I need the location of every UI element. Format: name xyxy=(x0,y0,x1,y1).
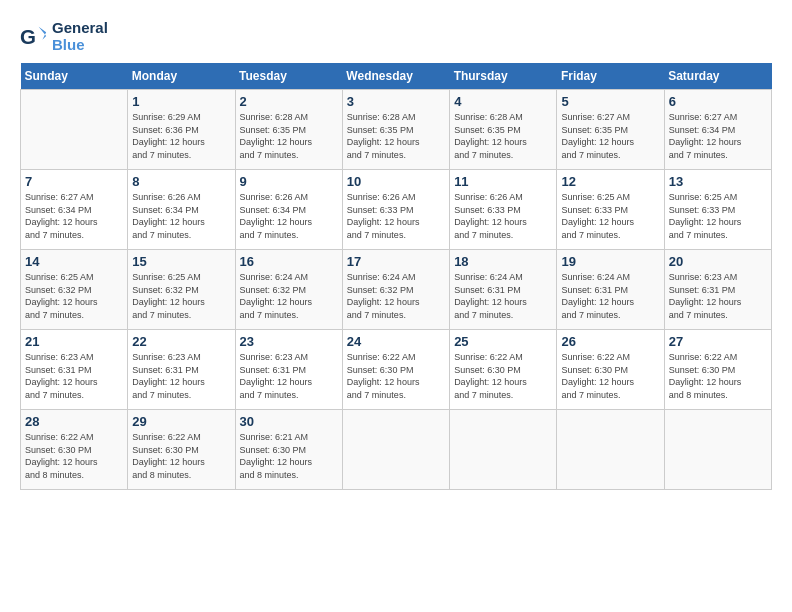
day-number: 23 xyxy=(240,334,338,349)
day-number: 28 xyxy=(25,414,123,429)
day-info: Sunrise: 6:26 AM Sunset: 6:33 PM Dayligh… xyxy=(347,191,445,241)
day-number: 19 xyxy=(561,254,659,269)
day-info: Sunrise: 6:22 AM Sunset: 6:30 PM Dayligh… xyxy=(132,431,230,481)
calendar-cell: 19Sunrise: 6:24 AM Sunset: 6:31 PM Dayli… xyxy=(557,250,664,330)
day-info: Sunrise: 6:27 AM Sunset: 6:35 PM Dayligh… xyxy=(561,111,659,161)
calendar-cell: 5Sunrise: 6:27 AM Sunset: 6:35 PM Daylig… xyxy=(557,90,664,170)
day-number: 4 xyxy=(454,94,552,109)
day-info: Sunrise: 6:23 AM Sunset: 6:31 PM Dayligh… xyxy=(240,351,338,401)
day-number: 18 xyxy=(454,254,552,269)
day-number: 14 xyxy=(25,254,123,269)
logo-icon: G xyxy=(20,23,48,51)
calendar-cell: 14Sunrise: 6:25 AM Sunset: 6:32 PM Dayli… xyxy=(21,250,128,330)
day-number: 7 xyxy=(25,174,123,189)
day-info: Sunrise: 6:22 AM Sunset: 6:30 PM Dayligh… xyxy=(561,351,659,401)
calendar-body: 1Sunrise: 6:29 AM Sunset: 6:36 PM Daylig… xyxy=(21,90,772,490)
day-number: 2 xyxy=(240,94,338,109)
calendar-table: SundayMondayTuesdayWednesdayThursdayFrid… xyxy=(20,63,772,490)
day-info: Sunrise: 6:28 AM Sunset: 6:35 PM Dayligh… xyxy=(454,111,552,161)
calendar-cell: 16Sunrise: 6:24 AM Sunset: 6:32 PM Dayli… xyxy=(235,250,342,330)
day-number: 9 xyxy=(240,174,338,189)
day-number: 25 xyxy=(454,334,552,349)
logo-text-line2: Blue xyxy=(52,37,108,54)
day-number: 26 xyxy=(561,334,659,349)
day-info: Sunrise: 6:27 AM Sunset: 6:34 PM Dayligh… xyxy=(25,191,123,241)
weekday-header-wednesday: Wednesday xyxy=(342,63,449,90)
day-info: Sunrise: 6:26 AM Sunset: 6:33 PM Dayligh… xyxy=(454,191,552,241)
day-info: Sunrise: 6:22 AM Sunset: 6:30 PM Dayligh… xyxy=(25,431,123,481)
calendar-cell: 24Sunrise: 6:22 AM Sunset: 6:30 PM Dayli… xyxy=(342,330,449,410)
calendar-cell: 9Sunrise: 6:26 AM Sunset: 6:34 PM Daylig… xyxy=(235,170,342,250)
day-info: Sunrise: 6:22 AM Sunset: 6:30 PM Dayligh… xyxy=(669,351,767,401)
calendar-cell: 23Sunrise: 6:23 AM Sunset: 6:31 PM Dayli… xyxy=(235,330,342,410)
calendar-cell: 10Sunrise: 6:26 AM Sunset: 6:33 PM Dayli… xyxy=(342,170,449,250)
day-number: 6 xyxy=(669,94,767,109)
day-number: 11 xyxy=(454,174,552,189)
calendar-cell: 22Sunrise: 6:23 AM Sunset: 6:31 PM Dayli… xyxy=(128,330,235,410)
calendar-cell: 17Sunrise: 6:24 AM Sunset: 6:32 PM Dayli… xyxy=(342,250,449,330)
day-number: 16 xyxy=(240,254,338,269)
weekday-header-tuesday: Tuesday xyxy=(235,63,342,90)
calendar-cell: 20Sunrise: 6:23 AM Sunset: 6:31 PM Dayli… xyxy=(664,250,771,330)
calendar-cell: 7Sunrise: 6:27 AM Sunset: 6:34 PM Daylig… xyxy=(21,170,128,250)
calendar-week-4: 21Sunrise: 6:23 AM Sunset: 6:31 PM Dayli… xyxy=(21,330,772,410)
calendar-header-row: SundayMondayTuesdayWednesdayThursdayFrid… xyxy=(21,63,772,90)
day-info: Sunrise: 6:24 AM Sunset: 6:31 PM Dayligh… xyxy=(561,271,659,321)
calendar-cell xyxy=(21,90,128,170)
calendar-cell xyxy=(342,410,449,490)
day-info: Sunrise: 6:25 AM Sunset: 6:32 PM Dayligh… xyxy=(132,271,230,321)
day-number: 17 xyxy=(347,254,445,269)
page-header: G General Blue xyxy=(20,20,772,53)
calendar-cell xyxy=(450,410,557,490)
weekday-header-monday: Monday xyxy=(128,63,235,90)
calendar-cell xyxy=(664,410,771,490)
day-number: 24 xyxy=(347,334,445,349)
logo-text-line1: General xyxy=(52,20,108,37)
day-info: Sunrise: 6:24 AM Sunset: 6:31 PM Dayligh… xyxy=(454,271,552,321)
day-number: 29 xyxy=(132,414,230,429)
day-number: 21 xyxy=(25,334,123,349)
calendar-cell: 21Sunrise: 6:23 AM Sunset: 6:31 PM Dayli… xyxy=(21,330,128,410)
calendar-week-3: 14Sunrise: 6:25 AM Sunset: 6:32 PM Dayli… xyxy=(21,250,772,330)
weekday-header-friday: Friday xyxy=(557,63,664,90)
calendar-cell: 1Sunrise: 6:29 AM Sunset: 6:36 PM Daylig… xyxy=(128,90,235,170)
day-info: Sunrise: 6:25 AM Sunset: 6:33 PM Dayligh… xyxy=(669,191,767,241)
calendar-cell: 3Sunrise: 6:28 AM Sunset: 6:35 PM Daylig… xyxy=(342,90,449,170)
weekday-header-thursday: Thursday xyxy=(450,63,557,90)
day-info: Sunrise: 6:27 AM Sunset: 6:34 PM Dayligh… xyxy=(669,111,767,161)
calendar-week-1: 1Sunrise: 6:29 AM Sunset: 6:36 PM Daylig… xyxy=(21,90,772,170)
day-number: 15 xyxy=(132,254,230,269)
calendar-cell: 26Sunrise: 6:22 AM Sunset: 6:30 PM Dayli… xyxy=(557,330,664,410)
day-number: 13 xyxy=(669,174,767,189)
calendar-cell: 2Sunrise: 6:28 AM Sunset: 6:35 PM Daylig… xyxy=(235,90,342,170)
calendar-week-5: 28Sunrise: 6:22 AM Sunset: 6:30 PM Dayli… xyxy=(21,410,772,490)
day-info: Sunrise: 6:26 AM Sunset: 6:34 PM Dayligh… xyxy=(132,191,230,241)
calendar-cell: 6Sunrise: 6:27 AM Sunset: 6:34 PM Daylig… xyxy=(664,90,771,170)
calendar-cell: 12Sunrise: 6:25 AM Sunset: 6:33 PM Dayli… xyxy=(557,170,664,250)
calendar-cell: 27Sunrise: 6:22 AM Sunset: 6:30 PM Dayli… xyxy=(664,330,771,410)
day-info: Sunrise: 6:29 AM Sunset: 6:36 PM Dayligh… xyxy=(132,111,230,161)
day-number: 5 xyxy=(561,94,659,109)
calendar-cell: 25Sunrise: 6:22 AM Sunset: 6:30 PM Dayli… xyxy=(450,330,557,410)
day-info: Sunrise: 6:26 AM Sunset: 6:34 PM Dayligh… xyxy=(240,191,338,241)
calendar-cell: 28Sunrise: 6:22 AM Sunset: 6:30 PM Dayli… xyxy=(21,410,128,490)
day-number: 10 xyxy=(347,174,445,189)
day-info: Sunrise: 6:22 AM Sunset: 6:30 PM Dayligh… xyxy=(454,351,552,401)
svg-marker-1 xyxy=(39,26,46,39)
day-number: 20 xyxy=(669,254,767,269)
calendar-cell: 4Sunrise: 6:28 AM Sunset: 6:35 PM Daylig… xyxy=(450,90,557,170)
logo: G General Blue xyxy=(20,20,108,53)
day-info: Sunrise: 6:28 AM Sunset: 6:35 PM Dayligh… xyxy=(240,111,338,161)
day-number: 12 xyxy=(561,174,659,189)
calendar-cell: 15Sunrise: 6:25 AM Sunset: 6:32 PM Dayli… xyxy=(128,250,235,330)
day-info: Sunrise: 6:23 AM Sunset: 6:31 PM Dayligh… xyxy=(669,271,767,321)
calendar-cell: 8Sunrise: 6:26 AM Sunset: 6:34 PM Daylig… xyxy=(128,170,235,250)
day-number: 3 xyxy=(347,94,445,109)
calendar-cell: 11Sunrise: 6:26 AM Sunset: 6:33 PM Dayli… xyxy=(450,170,557,250)
day-info: Sunrise: 6:24 AM Sunset: 6:32 PM Dayligh… xyxy=(240,271,338,321)
day-info: Sunrise: 6:23 AM Sunset: 6:31 PM Dayligh… xyxy=(132,351,230,401)
svg-text:G: G xyxy=(20,24,36,47)
weekday-header-sunday: Sunday xyxy=(21,63,128,90)
calendar-cell xyxy=(557,410,664,490)
day-number: 1 xyxy=(132,94,230,109)
